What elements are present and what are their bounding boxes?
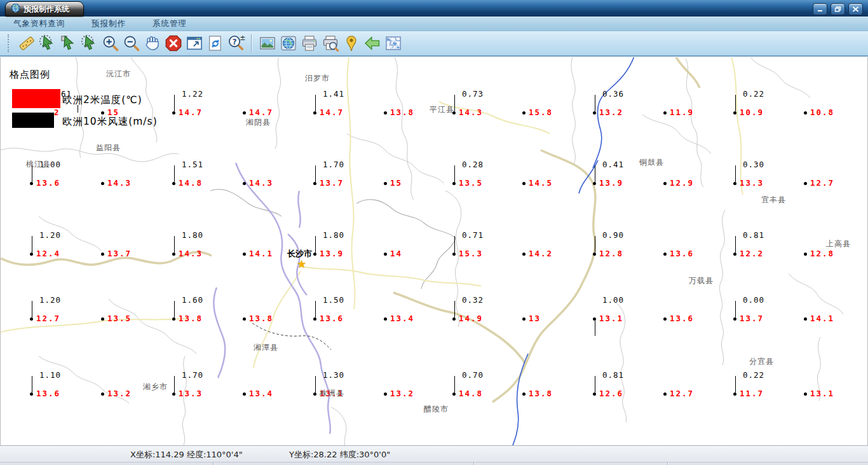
temperature-value: 13.4 (390, 314, 414, 323)
wind-speed-value: 1.80 (323, 230, 344, 240)
wind-barb (174, 95, 175, 111)
temperature-value: 13.2 (599, 108, 623, 117)
station-dot (384, 317, 387, 321)
wind-barb (174, 301, 175, 317)
wind-speed-value: 1.51 (182, 160, 203, 169)
zoom-out-button[interactable] (121, 33, 142, 54)
wind-barb (454, 376, 455, 392)
wind-barb (595, 376, 595, 392)
station-dot (452, 182, 456, 185)
close-button[interactable] (848, 3, 863, 15)
city-star-icon: ★ (297, 259, 306, 270)
temperature-value: 14.7 (320, 108, 344, 117)
wind-speed-value: 0.36 (602, 89, 624, 99)
temperature-value: 13.1 (599, 314, 623, 323)
place-label-平江县: 平江县 (430, 104, 454, 115)
select-button[interactable] (37, 33, 58, 54)
station-dot (101, 317, 104, 321)
wind-barb (454, 236, 455, 253)
temperature-value: 13.7 (320, 178, 344, 188)
temperature-value: 13.6 (670, 249, 694, 258)
status-bar: X坐标:114.29 经度:110°0'4" Y坐标:28.22 纬度:30°0… (0, 445, 868, 462)
place-label-湘潭县: 湘潭县 (254, 342, 278, 353)
wind-speed-value: 0.28 (462, 160, 484, 169)
globe-button[interactable] (278, 33, 299, 54)
print-button[interactable] (299, 33, 320, 54)
measure-button[interactable] (16, 33, 37, 54)
temperature-value: 15.3 (459, 249, 483, 258)
map-viewport[interactable]: 1514.71.2214.714.71.4113.814.30.7315.813… (0, 57, 868, 445)
printer-icon (301, 34, 318, 52)
app-tab[interactable]: 预报制作系统 (5, 1, 84, 17)
globe-logo-icon (11, 3, 20, 15)
temperature-value: 13.8 (529, 389, 553, 398)
legend-temp-swatch (12, 89, 60, 108)
temperature-value: 12.8 (599, 249, 623, 258)
temperature-value: 14.9 (459, 314, 483, 323)
temperature-value: 13.6 (36, 389, 60, 398)
map-grid-button[interactable] (383, 33, 403, 54)
station-dot (384, 253, 387, 256)
export-image-button[interactable] (257, 33, 278, 54)
place-label-分宜县: 分宜县 (749, 356, 774, 367)
stop-button[interactable] (163, 33, 184, 54)
station-dot (733, 253, 736, 256)
menu-forecast-production[interactable]: 预报制作 (78, 18, 139, 29)
wind-speed-value: 1.80 (182, 230, 203, 240)
wind-speed-value: 0.41 (602, 160, 624, 169)
temperature-value: 14.7 (179, 108, 203, 117)
station-dot (804, 182, 807, 185)
wind-speed-value: 1.00 (602, 295, 624, 305)
station-dot (663, 111, 667, 115)
place-label-宜丰县: 宜丰县 (761, 195, 786, 205)
temperature-value: 13.8 (390, 108, 414, 117)
minimize-button[interactable] (813, 3, 827, 15)
station-dot (522, 182, 526, 185)
legend-title: 格点图例 (10, 69, 50, 81)
wind-speed-value: 1.70 (182, 370, 203, 380)
print-preview-button[interactable] (320, 33, 341, 54)
station-dot (243, 182, 246, 185)
temperature-value: 13.3 (740, 178, 764, 188)
wind-speed-value: 0.81 (602, 370, 624, 380)
wind-speed-value: 0.30 (743, 160, 764, 169)
image-icon (259, 34, 276, 52)
temperature-value: 12.7 (670, 389, 694, 398)
station-dot (522, 317, 526, 321)
placemark-button[interactable] (341, 33, 362, 54)
menu-system-management[interactable]: 系统管理 (139, 18, 200, 29)
wind-speed-value: 1.50 (323, 295, 344, 305)
status-x-coordinate: X坐标:114.29 经度:110°0'4" (130, 449, 243, 461)
legend-wind-label: 欧洲10米风速(m/s) (62, 115, 158, 128)
wind-speed-value: 1.22 (182, 89, 203, 99)
station-dot (804, 111, 807, 115)
circle-select-button[interactable] (79, 33, 100, 54)
station-dot (452, 392, 456, 396)
station-dot (172, 253, 175, 256)
legend-temp-label: 欧洲2米温度(℃) (62, 94, 142, 107)
identify-button[interactable]: ?± (226, 33, 247, 54)
temperature-value: 14.3 (249, 178, 273, 188)
place-label-万载县: 万载县 (689, 275, 714, 286)
rect-select-button[interactable] (58, 33, 79, 54)
restore-button[interactable] (831, 3, 845, 15)
pan-button[interactable] (142, 33, 163, 54)
toolbar-grip[interactable] (8, 34, 11, 52)
wind-speed-value: 1.70 (323, 160, 344, 169)
station-dot (733, 392, 736, 396)
wind-speed-value: 1.41 (323, 89, 344, 99)
toolbar: ?± (0, 31, 868, 57)
menu-weather-data-query[interactable]: 气象资料查询 (0, 18, 78, 29)
refresh-button[interactable] (205, 33, 226, 54)
place-label-湘阴县: 湘阴县 (246, 117, 271, 128)
back-button[interactable] (362, 33, 383, 54)
zoom-in-button[interactable] (100, 33, 121, 54)
wind-speed-value: 0.00 (743, 295, 764, 305)
wind-barb (595, 165, 595, 182)
station-dot (243, 253, 246, 256)
full-extent-button[interactable] (184, 33, 205, 54)
select-cursor-icon (39, 34, 57, 52)
wind-speed-value: 0.22 (743, 370, 764, 380)
station-dot (30, 182, 33, 185)
temperature-value: 14.3 (107, 178, 132, 188)
